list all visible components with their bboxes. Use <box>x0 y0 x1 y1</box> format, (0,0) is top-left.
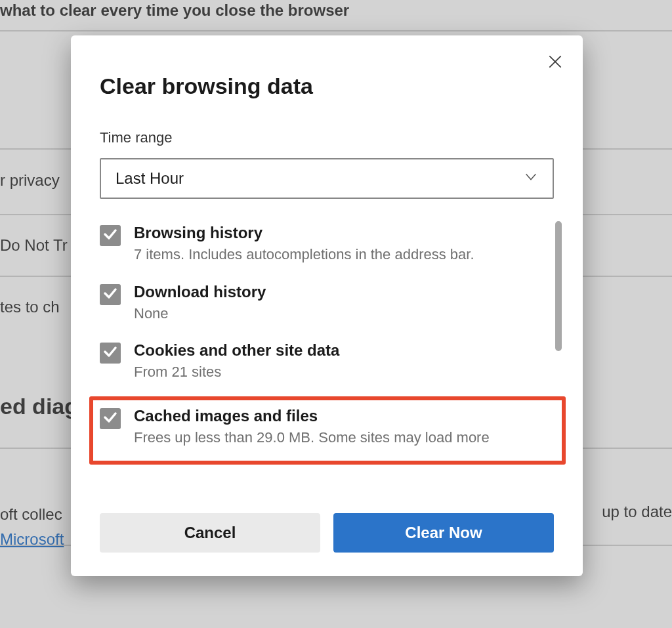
option-title: Browsing history <box>134 224 554 242</box>
close-icon <box>547 53 564 73</box>
check-icon <box>102 409 118 428</box>
option-browsing-history[interactable]: Browsing history 7 items. Includes autoc… <box>100 220 554 279</box>
option-text: Download history None <box>134 283 554 324</box>
checkbox-cookies[interactable] <box>100 343 121 364</box>
scrollbar-thumb[interactable] <box>555 221 562 351</box>
option-cookies[interactable]: Cookies and other site data From 21 site… <box>100 337 554 396</box>
checkbox-cached[interactable] <box>100 408 121 429</box>
dialog-title: Clear browsing data <box>100 73 554 99</box>
cancel-button[interactable]: Cancel <box>100 513 320 553</box>
option-cached-highlighted[interactable]: Cached images and files Frees up less th… <box>89 396 566 465</box>
option-text: Cached images and files Frees up less th… <box>134 407 554 448</box>
chevron-down-icon <box>524 169 538 188</box>
dialog-actions: Cancel Clear Now <box>100 513 554 553</box>
check-icon <box>102 344 118 362</box>
option-desc: From 21 sites <box>134 362 554 382</box>
close-button[interactable] <box>543 51 567 75</box>
checkbox-browsing-history[interactable] <box>100 225 121 246</box>
option-text: Browsing history 7 items. Includes autoc… <box>134 224 554 264</box>
option-desc: None <box>134 304 554 324</box>
clear-browsing-data-dialog: Clear browsing data Time range Last Hour… <box>71 35 583 576</box>
check-icon <box>102 285 118 304</box>
options-scroll-area: Browsing history 7 items. Includes autoc… <box>100 220 554 488</box>
time-range-label: Time range <box>100 129 554 146</box>
option-download-history[interactable]: Download history None <box>100 279 554 338</box>
option-title: Download history <box>134 283 554 301</box>
time-range-value: Last Hour <box>116 169 184 188</box>
clear-now-button[interactable]: Clear Now <box>333 513 554 553</box>
option-title: Cached images and files <box>134 407 554 425</box>
checkbox-download-history[interactable] <box>100 284 121 305</box>
option-title: Cookies and other site data <box>134 341 554 360</box>
time-range-select[interactable]: Last Hour <box>100 158 554 199</box>
option-desc: 7 items. Includes autocompletions in the… <box>134 245 554 264</box>
check-icon <box>102 226 118 245</box>
option-text: Cookies and other site data From 21 site… <box>134 341 554 382</box>
option-desc: Frees up less than 29.0 MB. Some sites m… <box>134 428 554 448</box>
